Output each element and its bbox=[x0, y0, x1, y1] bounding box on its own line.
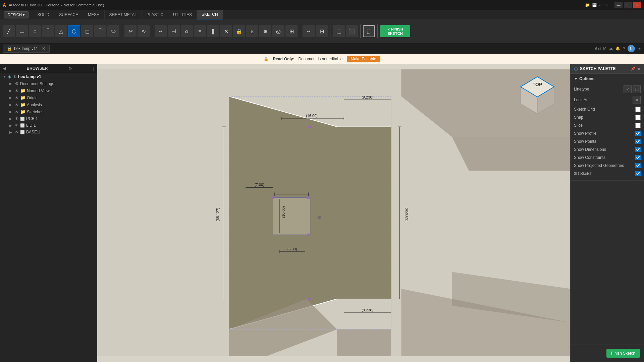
circle-tool[interactable]: ○ bbox=[29, 25, 41, 37]
readonly-bar: 🔒 Read-Only: Document is not editable Ma… bbox=[0, 54, 644, 64]
slice-checkbox[interactable] bbox=[635, 123, 641, 128]
canvas-area[interactable]: (16.00) (68.127) (459.69) (9.238) (9.238… bbox=[97, 64, 570, 362]
ribbon-tab-surface[interactable]: SURFACE bbox=[54, 10, 83, 19]
arc-tool[interactable]: ⌒ bbox=[42, 25, 54, 37]
svg-marker-2 bbox=[452, 137, 571, 171]
finish-sketch-ribbon[interactable]: ✓ FINISH SKETCH bbox=[380, 25, 410, 37]
line-tool[interactable]: ╱ bbox=[3, 25, 15, 37]
3d-sketch-checkbox[interactable] bbox=[635, 171, 641, 176]
snap-checkbox[interactable] bbox=[635, 115, 641, 120]
measure-tool[interactable]: ↔ bbox=[303, 25, 315, 37]
ribbon-tab-solid[interactable]: SOLID bbox=[33, 10, 54, 19]
named-views-arrow: ▶ bbox=[9, 89, 13, 93]
palette-expand-icon[interactable]: ▶ bbox=[638, 66, 641, 71]
file-icon[interactable]: 📁 bbox=[585, 3, 590, 7]
curve-tool[interactable]: ∿ bbox=[138, 25, 150, 37]
lock-constraint[interactable]: 🔒 bbox=[233, 25, 245, 37]
show-points-checkbox[interactable] bbox=[635, 139, 641, 144]
browser-root[interactable]: ▼ ◈ 👁 hex lamp v1 bbox=[0, 73, 97, 80]
ribbon-tab-utilities[interactable]: UTILITIES bbox=[168, 10, 197, 19]
close-button[interactable]: ✕ bbox=[633, 2, 641, 8]
browser-base[interactable]: ▶ 👁 ⬜ BASE:1 bbox=[0, 129, 97, 135]
doc-tab[interactable]: 🔒 hex lamp v1* ✕ bbox=[3, 45, 50, 53]
tangent-constraint[interactable]: ⌀ bbox=[181, 25, 193, 37]
linetype-icon-btn1[interactable]: ＜ bbox=[624, 85, 632, 93]
doc-settings-label: Document Settings bbox=[20, 81, 54, 86]
equal-constraint[interactable]: = bbox=[194, 25, 206, 37]
svg-point-48 bbox=[308, 125, 311, 128]
insert-image[interactable]: ⬚ bbox=[333, 25, 345, 37]
browser-analysis[interactable]: ▶ 👁 📁 Analysis bbox=[0, 101, 97, 108]
triangle-tool[interactable]: △ bbox=[55, 25, 67, 37]
browser-pcb[interactable]: ▶ 👁 ⬜ PCB:1 bbox=[0, 115, 97, 122]
notification-icon[interactable]: 🔔 bbox=[615, 46, 620, 51]
ribbon-tab-sketch[interactable]: SKETCH bbox=[197, 10, 223, 19]
lid-comp-icon: ⬜ bbox=[20, 123, 25, 128]
help-icon[interactable]: ? bbox=[623, 47, 625, 51]
sketches-label: Sketches bbox=[27, 110, 43, 114]
select-tool[interactable]: ⬚ bbox=[363, 25, 375, 37]
svg-text:(459.69): (459.69) bbox=[405, 207, 409, 221]
show-points-label: Show Points bbox=[574, 139, 596, 144]
linetype-row: Linetype ＜ ⬚ bbox=[574, 84, 641, 95]
undo-icon[interactable]: ↩ bbox=[599, 3, 602, 7]
rect2-tool[interactable]: ◻ bbox=[81, 25, 93, 37]
show-dimensions-row: Show Dimensions bbox=[574, 145, 641, 154]
user-avatar[interactable]: U bbox=[628, 45, 635, 52]
doc-name: hex lamp v1* bbox=[14, 46, 37, 51]
browser-named-views[interactable]: ▶ 👁 📁 Named Views bbox=[0, 87, 97, 94]
look-at-button[interactable]: ⊕ bbox=[633, 96, 641, 104]
browser-origin[interactable]: ▶ 👁 📁 Origin bbox=[0, 94, 97, 101]
svg-text:⊕: ⊕ bbox=[317, 214, 322, 220]
split-tool[interactable]: ⊞ bbox=[316, 25, 328, 37]
browser-lid[interactable]: ▶ 👁 ⬜ LID:1 bbox=[0, 122, 97, 129]
design-dropdown[interactable]: DESIGN ▾ bbox=[4, 11, 29, 18]
eye-pcb: 👁 bbox=[15, 116, 19, 121]
ribbon-tab-plastic[interactable]: PLASTIC bbox=[142, 10, 168, 19]
sketch-grid-checkbox[interactable] bbox=[635, 107, 641, 112]
sketch-dimension[interactable]: ↔ bbox=[155, 25, 167, 37]
browser-settings-icon[interactable]: ⚙ bbox=[68, 66, 72, 71]
horizontal-constraint[interactable]: ⊣ bbox=[168, 25, 180, 37]
project-tool[interactable]: ⊞ bbox=[285, 25, 298, 37]
show-projected-checkbox[interactable] bbox=[635, 163, 641, 168]
rect-tool[interactable]: ▭ bbox=[16, 25, 28, 37]
coincident-constraint[interactable]: ✕ bbox=[220, 25, 232, 37]
show-profile-checkbox[interactable] bbox=[635, 131, 641, 136]
browser-collapse-icon[interactable]: ◀ bbox=[3, 66, 6, 71]
svg-rect-38 bbox=[273, 198, 310, 235]
midpoint-constraint[interactable]: ⊕ bbox=[259, 25, 271, 37]
pcb-label: PCB:1 bbox=[26, 116, 38, 121]
browser-doc-settings[interactable]: ▶ ⚙ Document Settings bbox=[0, 80, 97, 87]
finish-sketch-button[interactable]: Finish Sketch bbox=[606, 349, 640, 358]
viewcube[interactable]: TOP TOP bbox=[507, 67, 568, 120]
save-icon[interactable]: 💾 bbox=[592, 3, 597, 7]
look-at-row: Look At ⊕ bbox=[574, 95, 641, 105]
minimize-button[interactable]: — bbox=[614, 2, 623, 8]
linetype-icon-btn2[interactable]: ⬚ bbox=[633, 85, 641, 93]
ribbon-tab-mesh[interactable]: MESH bbox=[83, 10, 105, 19]
polygon-tool[interactable]: ⬡ bbox=[68, 25, 80, 37]
palette-pin-icon[interactable]: 📌 bbox=[631, 66, 636, 71]
parallel-constraint[interactable]: ∥ bbox=[207, 25, 219, 37]
redo-icon[interactable]: ↪ bbox=[604, 3, 608, 7]
fillet-tool[interactable]: ⌒ bbox=[94, 25, 106, 37]
options-collapse-icon[interactable]: ▼ bbox=[574, 76, 578, 81]
show-dimensions-checkbox[interactable] bbox=[635, 147, 641, 152]
make-editable-button[interactable]: Make Editable bbox=[347, 56, 380, 62]
perp-constraint[interactable]: ⊾ bbox=[246, 25, 258, 37]
ellipse-tool[interactable]: ⬭ bbox=[107, 25, 119, 37]
maximize-button[interactable]: □ bbox=[624, 2, 632, 8]
browser-sketches[interactable]: ▶ 👁 📁 Sketches bbox=[0, 108, 97, 115]
browser-pin-icon[interactable]: | bbox=[93, 66, 94, 71]
eye-sketches: 👁 bbox=[15, 110, 19, 114]
add-tab-icon[interactable]: ＋ bbox=[638, 46, 641, 51]
settings-icon: ⚙ bbox=[15, 81, 19, 86]
ribbon-tab-sheetmetal[interactable]: SHEET METAL bbox=[105, 10, 142, 19]
show-constraints-checkbox[interactable] bbox=[635, 155, 641, 160]
concentric-constraint[interactable]: ◎ bbox=[272, 25, 284, 37]
insert-dxf[interactable]: ⬛ bbox=[346, 25, 358, 37]
trim-tool[interactable]: ✂ bbox=[124, 25, 137, 37]
doc-status-text: Document is not editable bbox=[298, 57, 342, 61]
doc-close-icon[interactable]: ✕ bbox=[42, 46, 45, 51]
